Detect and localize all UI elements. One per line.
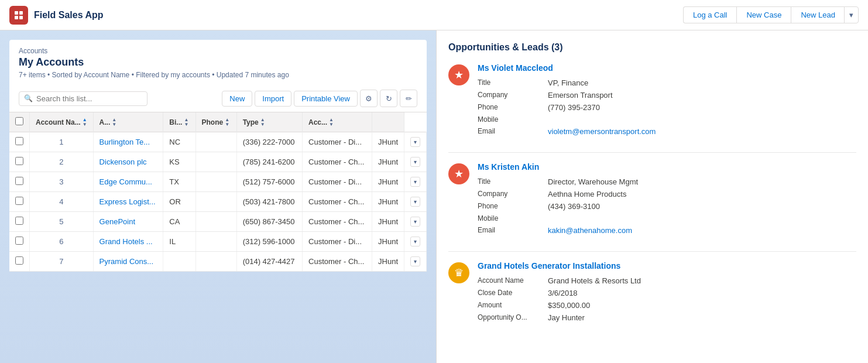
row-checkbox[interactable] — [15, 157, 23, 165]
table-row: 4 Express Logist... OR (503) 421-7800 Cu… — [9, 192, 427, 212]
row-checkbox[interactable] — [15, 217, 23, 225]
detail-label: Amount — [478, 301, 548, 310]
owner-cell: JHunt — [372, 152, 404, 172]
row-dropdown-button[interactable]: ▾ — [410, 157, 420, 167]
owner-cell: JHunt — [372, 172, 404, 192]
col-header-state[interactable]: A... ▲▼ — [93, 112, 163, 132]
account-name-cell[interactable]: Grand Hotels ... — [93, 232, 163, 252]
col-header-type[interactable]: Type ▲▼ — [236, 112, 302, 132]
select-all-checkbox[interactable] — [15, 117, 23, 125]
new-case-button[interactable]: New Case — [736, 6, 791, 23]
detail-value: Aethna Home Products — [548, 190, 856, 198]
row-dropdown-cell[interactable]: ▾ — [404, 252, 427, 272]
detail-value: Director, Warehouse Mgmt — [548, 177, 856, 186]
row-checkbox-cell — [9, 172, 30, 192]
toolbar-buttons: New Import Printable View ⚙ ↻ ✏ — [222, 90, 417, 107]
lead-name[interactable]: Ms Violet Maccleod — [478, 63, 856, 73]
table-header-row: Account Na... ▲▼ A... ▲▼ — [9, 112, 427, 132]
row-dropdown-button[interactable]: ▾ — [410, 237, 420, 246]
row-checkbox-cell — [9, 132, 30, 152]
account-name-cell[interactable]: Burlington Te... — [93, 132, 163, 152]
row-checkbox-cell — [9, 212, 30, 232]
row-dropdown-cell[interactable]: ▾ — [404, 192, 427, 212]
accounts-nav-label: Accounts — [19, 47, 417, 55]
svg-rect-1 — [19, 11, 23, 15]
detail-label: Title — [478, 177, 548, 186]
table-row: 7 Pyramid Cons... (014) 427-4427 Custome… — [9, 252, 427, 272]
new-lead-button[interactable]: New Lead — [791, 6, 845, 23]
row-dropdown-cell[interactable]: ▾ — [404, 232, 427, 252]
row-dropdown-button[interactable]: ▾ — [410, 137, 420, 147]
settings-icon-button[interactable]: ⚙ — [360, 90, 378, 107]
table-row: 2 Dickenson plc KS (785) 241-6200 Custom… — [9, 152, 427, 172]
account-name-cell[interactable]: Edge Commu... — [93, 172, 163, 192]
header-actions: Log a Call New Case New Lead ▾ — [683, 6, 859, 23]
detail-label: Mobile — [478, 214, 548, 222]
account-name-cell[interactable]: Express Logist... — [93, 192, 163, 212]
lead-card: ★ Ms Kristen Akin Title Director, Wareho… — [448, 162, 856, 235]
sort-arrows-state: ▲▼ — [112, 118, 116, 127]
row-checkbox[interactable] — [15, 197, 23, 205]
detail-label: Close Date — [478, 289, 548, 297]
row-checkbox-cell — [9, 152, 30, 172]
row-checkbox[interactable] — [15, 137, 23, 145]
account-name-cell[interactable]: Dickenson plc — [93, 152, 163, 172]
row-dropdown-cell[interactable]: ▾ — [404, 172, 427, 192]
col-header-actions — [372, 112, 404, 132]
section-divider — [448, 152, 856, 153]
lead-details: Title VP, Finance Company Emerson Transp… — [478, 78, 856, 136]
detail-label: Phone — [478, 103, 548, 112]
search-box: 🔍 — [19, 91, 147, 106]
accounts-table: Account Na... ▲▼ A... ▲▼ — [9, 112, 427, 272]
row-dropdown-cell[interactable]: ▾ — [404, 212, 427, 232]
lead-content: Grand Hotels Generator Installations Acc… — [478, 261, 856, 322]
col-header-name[interactable]: Account Na... ▲▼ — [30, 112, 94, 132]
detail-label: Opportunity O... — [478, 313, 548, 322]
detail-label: Mobile — [478, 115, 548, 124]
row-dropdown-button[interactable]: ▾ — [410, 197, 420, 207]
account-name-cell[interactable]: GenePoint — [93, 212, 163, 232]
phone-cell: (014) 427-4427 — [236, 252, 302, 272]
printable-view-button[interactable]: Printable View — [294, 91, 358, 107]
search-input[interactable] — [36, 94, 142, 103]
detail-value: Grand Hotels & Resorts Ltd — [548, 276, 856, 285]
owner-cell: JHunt — [372, 212, 404, 232]
edit-icon-button[interactable]: ✏ — [400, 90, 417, 107]
svg-rect-0 — [15, 11, 18, 15]
log-call-button[interactable]: Log a Call — [683, 6, 737, 23]
row-dropdown-cell[interactable]: ▾ — [404, 152, 427, 172]
row-checkbox[interactable] — [15, 177, 23, 185]
row-dropdown-button[interactable]: ▾ — [410, 217, 420, 227]
col-header-billing[interactable]: Bi... ▲▼ — [163, 112, 195, 132]
import-button[interactable]: Import — [255, 91, 291, 107]
detail-value[interactable]: kakin@athenahome.com — [548, 226, 856, 235]
svg-rect-3 — [19, 16, 23, 19]
refresh-icon-button[interactable]: ↻ — [380, 90, 397, 107]
row-dropdown-cell[interactable]: ▾ — [404, 132, 427, 152]
right-panel: Opportunities & Leads (3) ★ Ms Violet Ma… — [436, 30, 868, 363]
row-number: 7 — [30, 252, 94, 272]
col-header-phone[interactable]: Phone ▲▼ — [195, 112, 236, 132]
leads-container: ★ Ms Violet Maccleod Title VP, Finance C… — [448, 63, 856, 322]
lead-card: ♛ Grand Hotels Generator Installations A… — [448, 261, 856, 322]
detail-label: Email — [478, 226, 548, 235]
lead-name[interactable]: Ms Kristen Akin — [478, 162, 856, 172]
row-dropdown-button[interactable]: ▾ — [410, 256, 420, 266]
type-cell: Customer - Di... — [303, 172, 372, 192]
state-cell: CA — [163, 212, 195, 232]
lead-name[interactable]: Grand Hotels Generator Installations — [478, 261, 856, 270]
table-row: 3 Edge Commu... TX (512) 757-6000 Custom… — [9, 172, 427, 192]
row-dropdown-button[interactable]: ▾ — [410, 177, 420, 187]
col-header-owner[interactable]: Acc... ▲▼ — [303, 112, 372, 132]
detail-label: Email — [478, 127, 548, 136]
account-name-cell[interactable]: Pyramid Cons... — [93, 252, 163, 272]
billing-cell — [195, 212, 236, 232]
detail-value[interactable]: violetm@emersontransport.com — [548, 127, 856, 136]
header-dropdown-button[interactable]: ▾ — [844, 6, 859, 23]
row-checkbox[interactable] — [15, 237, 23, 245]
sort-arrows-owner: ▲▼ — [329, 118, 334, 127]
row-checkbox[interactable] — [15, 256, 23, 265]
new-account-button[interactable]: New — [222, 91, 252, 107]
sort-arrows-phone: ▲▼ — [225, 118, 229, 127]
detail-value: (434) 369-3100 — [548, 202, 856, 211]
